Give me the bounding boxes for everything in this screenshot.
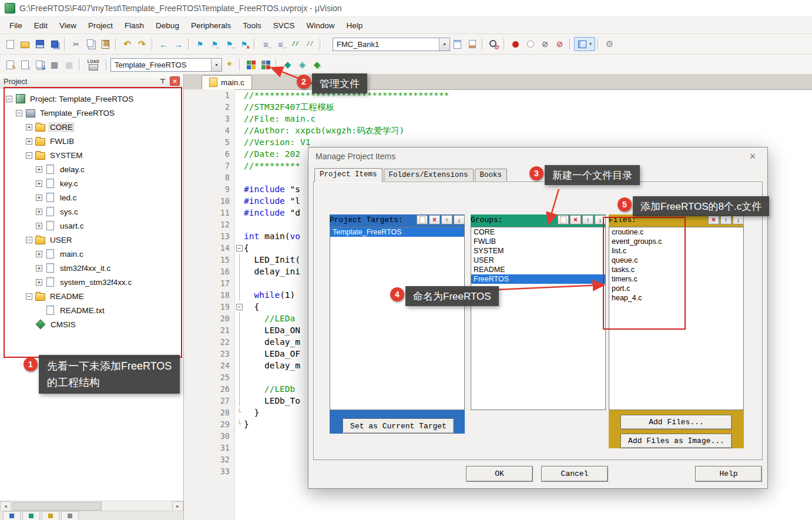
delete-file-icon[interactable] xyxy=(708,215,719,224)
expand-icon[interactable]: + xyxy=(36,265,42,271)
new-group-icon[interactable] xyxy=(558,215,569,224)
cancel-button[interactable]: Cancel xyxy=(541,466,608,482)
comment-selection-icon[interactable] xyxy=(288,37,303,51)
list-item-heap-4-c[interactable]: heap_4.c xyxy=(609,293,743,303)
tree-item-led-c[interactable]: +led.c xyxy=(0,190,183,204)
expand-icon[interactable]: + xyxy=(36,223,42,229)
collapse-icon[interactable]: − xyxy=(16,110,22,116)
menu-svcs[interactable]: SVCS xyxy=(267,19,301,32)
add-files-as-image-button[interactable]: Add Files as Image... xyxy=(620,434,732,448)
list-item-fwlib[interactable]: FWLIB xyxy=(471,237,605,246)
collapse-icon[interactable]: − xyxy=(26,152,32,159)
scroll-left-icon[interactable] xyxy=(0,501,11,511)
list-item-system[interactable]: SYSTEM xyxy=(471,246,605,256)
menu-file[interactable]: File xyxy=(4,19,28,32)
expand-icon[interactable]: + xyxy=(36,166,42,173)
new-file-icon[interactable] xyxy=(3,37,18,51)
expand-icon[interactable]: + xyxy=(26,124,32,130)
panel-tab[interactable] xyxy=(42,511,59,520)
dialog-tab-project-items[interactable]: Project Items xyxy=(314,168,382,182)
expand-icon[interactable]: + xyxy=(36,251,42,257)
expand-icon[interactable]: + xyxy=(36,180,42,187)
save-all-icon[interactable] xyxy=(47,37,62,51)
start-stop-debug-icon[interactable] xyxy=(465,37,479,51)
bookmark-next-icon[interactable] xyxy=(222,37,237,51)
menu-debug[interactable]: Debug xyxy=(150,19,185,32)
add-files-button[interactable]: Add Files... xyxy=(620,415,732,430)
list-item-croutine-c[interactable]: croutine.c xyxy=(609,227,743,237)
pin-icon[interactable] xyxy=(159,78,166,85)
delete-target-icon[interactable] xyxy=(429,215,440,224)
tree-item-project-template-freertos[interactable]: −Project: Template_FreeRTOS xyxy=(0,92,183,106)
groups-list[interactable]: COREFWLIBSYSTEMUSERREADMEFreeRTOS xyxy=(471,227,606,410)
open-file-icon[interactable] xyxy=(18,37,32,51)
expand-icon[interactable]: + xyxy=(36,209,42,215)
panel-tab[interactable] xyxy=(3,511,21,520)
list-item-event-groups-c[interactable]: event_groups.c xyxy=(609,237,743,246)
insert-breakpoint-icon[interactable] xyxy=(508,37,523,51)
tree-item-readme-txt[interactable]: README.txt xyxy=(0,303,183,317)
list-item-timers-c[interactable]: timers.c xyxy=(609,274,743,284)
manage-project-items-icon[interactable] xyxy=(244,58,259,72)
collapse-icon[interactable]: − xyxy=(26,237,32,243)
window-layout-icon[interactable] xyxy=(574,37,595,51)
scroll-right-icon[interactable] xyxy=(172,501,183,511)
configure-tools-icon[interactable] xyxy=(602,37,617,51)
project-targets-list[interactable]: Template_FreeRTOS xyxy=(330,227,465,410)
list-item-readme[interactable]: README xyxy=(471,265,605,274)
fold-marker-icon[interactable] xyxy=(234,301,244,313)
tree-item-delay-c[interactable]: +delay.c xyxy=(0,162,183,176)
list-item-user[interactable]: USER xyxy=(471,256,605,265)
chevron-down-icon[interactable] xyxy=(439,38,449,51)
translate-icon[interactable] xyxy=(3,58,18,72)
download-button[interactable]: LOAD xyxy=(83,56,103,73)
list-item-template-freertos[interactable]: Template_FreeRTOS xyxy=(330,227,464,237)
pack-installer-icon[interactable] xyxy=(295,58,310,72)
panel-tab[interactable] xyxy=(61,511,79,520)
flash-bank-combo[interactable]: FMC_Bank1 xyxy=(333,38,450,51)
target-select-combo[interactable]: Template_FreeRTOS xyxy=(110,58,222,72)
expand-icon[interactable]: + xyxy=(36,279,42,286)
new-target-icon[interactable] xyxy=(417,215,428,224)
list-item-tasks-c[interactable]: tasks.c xyxy=(609,265,743,274)
tree-item-core[interactable]: +CORE xyxy=(0,120,183,134)
tree-item-system-stm32f4xx-c[interactable]: +system_stm32f4xx.c xyxy=(0,275,183,289)
menu-flash[interactable]: Flash xyxy=(119,19,150,32)
list-item-queue-c[interactable]: queue.c xyxy=(609,256,743,265)
move-file-up-icon[interactable] xyxy=(720,215,732,224)
tree-item-key-c[interactable]: +key.c xyxy=(0,176,183,190)
collapse-icon[interactable]: − xyxy=(26,293,32,300)
stop-build-icon[interactable] xyxy=(62,58,76,72)
bookmark-prev-icon[interactable] xyxy=(207,37,222,51)
options-for-target-icon[interactable] xyxy=(222,58,237,72)
dialog-tab-books[interactable]: Books xyxy=(475,169,508,181)
build-icon[interactable] xyxy=(18,58,32,72)
enable-breakpoint-icon[interactable] xyxy=(523,37,538,51)
move-target-up-icon[interactable] xyxy=(441,215,452,224)
tab-main-c[interactable]: main.c xyxy=(202,75,252,89)
undo-icon[interactable] xyxy=(120,37,135,51)
nav-back-icon[interactable] xyxy=(156,37,171,51)
list-item-port-c[interactable]: port.c xyxy=(609,284,743,293)
debug-restore-views-icon[interactable] xyxy=(450,37,465,51)
tree-item-user[interactable]: −USER xyxy=(0,233,183,247)
tree-item-system[interactable]: −SYSTEM xyxy=(0,148,183,162)
panel-tab[interactable] xyxy=(22,511,40,520)
fold-marker-icon[interactable] xyxy=(234,242,244,254)
tree-item-template-freertos[interactable]: −Template_FreeRTOS xyxy=(0,106,183,120)
menu-window[interactable]: Window xyxy=(300,19,340,32)
help-button[interactable]: Help xyxy=(695,466,762,482)
batch-build-icon[interactable] xyxy=(47,58,62,72)
menu-edit[interactable]: Edit xyxy=(28,19,53,32)
manage-file-extensions-icon[interactable] xyxy=(259,58,273,72)
project-hscrollbar[interactable] xyxy=(0,501,183,511)
move-group-down-icon[interactable] xyxy=(595,215,606,224)
set-as-current-target-button[interactable]: Set as Current Target xyxy=(343,418,454,434)
dialog-tab-folders-extensions[interactable]: Folders/Extensions xyxy=(384,169,474,181)
menu-view[interactable]: View xyxy=(53,19,82,32)
rebuild-icon[interactable] xyxy=(32,58,47,72)
expand-icon[interactable]: + xyxy=(36,194,42,201)
nav-forward-icon[interactable] xyxy=(171,37,186,51)
ok-button[interactable]: OK xyxy=(466,466,533,482)
menu-help[interactable]: Help xyxy=(341,19,369,32)
